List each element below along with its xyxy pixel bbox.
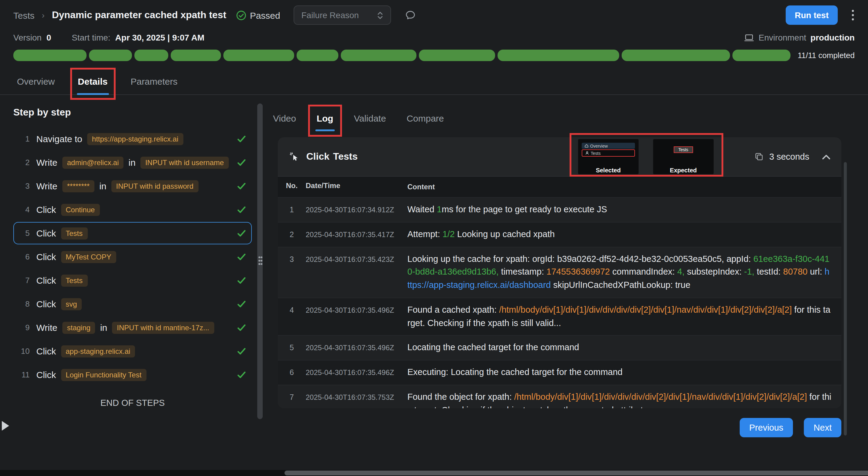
check-icon	[234, 159, 246, 166]
progress-segment[interactable]	[89, 49, 132, 61]
log-text-segment: url:	[807, 267, 825, 277]
step-item-10[interactable]: 10 Click app-staging.relicx.ai	[13, 340, 252, 362]
log-text-segment: Waited	[407, 204, 437, 214]
step-number: 11	[18, 370, 30, 379]
pager: Previous Next	[271, 418, 841, 437]
log-row: 7 2025-04-30T16:07:35.753Z Found the obj…	[278, 385, 841, 409]
tab-validate[interactable]: Validate	[352, 108, 387, 130]
step-item-6[interactable]: 6 Click MyTest COPY	[13, 245, 252, 268]
panel-resize-handle[interactable]	[257, 103, 263, 419]
thumb-nav-tests-highlight: Tests	[582, 149, 635, 157]
log-row-timestamp: 2025-04-30T16:07:35.753Z	[306, 385, 407, 409]
step-item-11[interactable]: 11 Click Login Functionality Test	[13, 364, 252, 386]
step-value-badge: staging	[62, 321, 95, 334]
expected-thumbnail[interactable]: Tests Expected	[653, 139, 714, 174]
main-tab-bar: Overview Details Parameters	[0, 71, 868, 95]
log-row-content: Executing: Locating the cached target fo…	[407, 361, 841, 385]
progress-row: 11/11 completed	[0, 49, 868, 61]
log-row-content: Locating the cached target for the comma…	[407, 336, 841, 360]
log-card: Click Tests Overview Tests	[278, 137, 841, 408]
thumb-expected-label: Tests	[673, 146, 693, 153]
selected-caption: Selected	[578, 167, 639, 174]
progress-segment[interactable]	[498, 49, 619, 61]
log-scrollbar[interactable]	[844, 162, 847, 436]
step-target-badge: INPUT with id username	[141, 156, 229, 168]
check-icon	[234, 135, 246, 142]
log-card-header: Click Tests Overview Tests	[278, 137, 841, 176]
tab-parameters[interactable]: Parameters	[129, 71, 179, 94]
run-test-button[interactable]: Run test	[786, 5, 838, 25]
environment-label: Environment	[759, 33, 806, 42]
run-meta-row: Version 0 Start time: Apr 30, 2025 | 9:0…	[0, 33, 868, 42]
step-number: 1	[18, 134, 30, 143]
log-row-content: Waited 1ms for the page to get ready to …	[407, 198, 841, 222]
step-item-1[interactable]: 1 Navigate to https://app-staging.relicx…	[13, 128, 252, 150]
failure-reason-select[interactable]: Failure Reason	[293, 5, 391, 25]
thumb-nav-tests-label: Tests	[591, 151, 601, 155]
tab-overview[interactable]: Overview	[16, 71, 56, 94]
thumb-nav-overview-label: Overview	[590, 144, 608, 148]
tab-video[interactable]: Video	[272, 108, 297, 130]
steps-heading: Step by step	[13, 107, 252, 118]
step-item-8[interactable]: 8 Click svg	[13, 293, 252, 315]
select-chevrons-icon	[377, 10, 383, 20]
sidebar-expander-icon[interactable]	[2, 421, 9, 431]
log-row-timestamp: 2025-04-30T16:07:35.496Z	[306, 336, 407, 360]
comment-icon[interactable]	[404, 9, 416, 21]
laptop-icon	[744, 33, 754, 42]
step-target-badge: MyTest COPY	[61, 251, 116, 263]
log-text-segment: substepIndex:	[685, 267, 744, 277]
status-badge: Passed	[236, 10, 280, 20]
step-item-3[interactable]: 3 Write ******** in INPUT with id passwo…	[13, 175, 252, 197]
next-button[interactable]: Next	[804, 418, 841, 437]
check-icon	[234, 277, 246, 284]
step-conjunction: in	[129, 157, 135, 168]
log-row-content: Looking up the cache for xpath: orgId: b…	[407, 247, 841, 298]
copy-icon[interactable]	[754, 152, 764, 162]
log-text-segment: /html/body/div[1]/div[1]/div/div/div/div…	[514, 392, 807, 402]
tab-details[interactable]: Details	[76, 71, 108, 94]
cursor-click-icon	[289, 151, 300, 162]
progress-segment[interactable]	[134, 49, 168, 61]
step-item-9[interactable]: 9 Write staging in INPUT with id mantine…	[13, 316, 252, 339]
step-target-badge: svg	[61, 298, 82, 310]
progress-segment[interactable]	[223, 49, 294, 61]
previous-button[interactable]: Previous	[740, 418, 793, 437]
horizontal-scrollbar-thumb[interactable]	[284, 471, 868, 475]
log-row-timestamp: 2025-04-30T16:07:35.496Z	[306, 298, 407, 335]
chevron-up-icon[interactable]	[822, 154, 831, 159]
step-action: Click	[36, 370, 56, 380]
log-row-timestamp: 2025-04-30T16:07:34.912Z	[306, 198, 407, 222]
progress-segment[interactable]	[733, 49, 790, 61]
selected-thumbnail[interactable]: Overview Tests Selected	[578, 139, 639, 174]
log-text-segment: 4,	[677, 267, 685, 277]
progress-segment[interactable]	[297, 49, 338, 61]
log-row: 5 2025-04-30T16:07:35.496Z Locating the …	[278, 336, 841, 361]
log-row: 6 2025-04-30T16:07:35.496Z Executing: Lo…	[278, 361, 841, 385]
log-card-title: Click Tests	[306, 151, 358, 162]
log-text-segment: -1,	[744, 267, 754, 277]
progress-segment[interactable]	[419, 49, 495, 61]
progress-segment[interactable]	[622, 49, 730, 61]
check-circle-icon	[236, 10, 246, 20]
tab-compare[interactable]: Compare	[405, 108, 445, 130]
step-item-2[interactable]: 2 Write admin@relicx.ai in INPUT with id…	[13, 151, 252, 174]
log-row-number: 7	[278, 385, 306, 409]
progress-segment[interactable]	[13, 49, 87, 61]
detail-tab-bar: Video Log Validate Compare	[271, 108, 855, 130]
step-item-7[interactable]: 7 Click Tests	[13, 269, 252, 292]
progress-segment[interactable]	[341, 49, 416, 61]
top-bar: Tests › Dynamic parameter cached xpath t…	[0, 0, 868, 30]
step-number: 3	[18, 181, 30, 191]
breadcrumb-tests[interactable]: Tests	[13, 10, 34, 20]
progress-segment[interactable]	[170, 49, 221, 61]
step-number: 5	[18, 229, 30, 238]
check-icon	[234, 300, 246, 308]
step-progress-bar	[13, 49, 790, 61]
tab-log[interactable]: Log	[315, 108, 334, 130]
kebab-menu-icon[interactable]	[851, 9, 855, 21]
check-icon	[234, 206, 246, 213]
step-item-4[interactable]: 4 Click Continue	[13, 198, 252, 221]
step-item-5-selected[interactable]: 5 Click Tests	[13, 222, 252, 244]
log-text-segment: 1/2	[442, 229, 455, 239]
